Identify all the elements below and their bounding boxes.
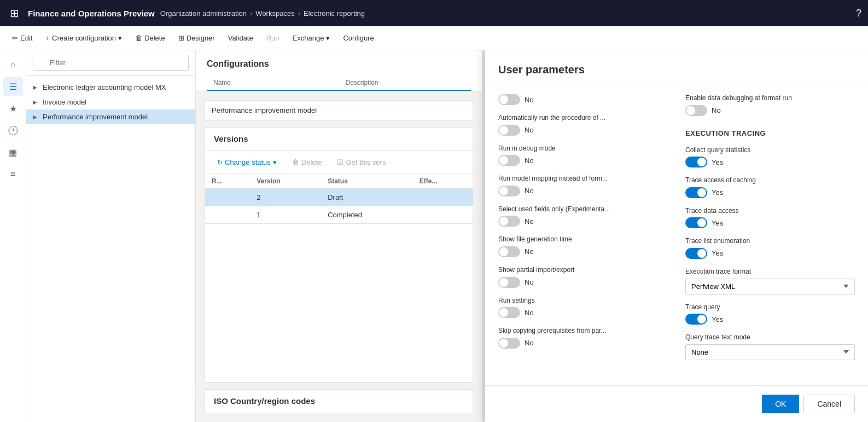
- sidebar-icon-modules[interactable]: ≡: [3, 164, 23, 184]
- toggle-collect-query[interactable]: [685, 157, 707, 167]
- toggle-debug-mode[interactable]: [498, 155, 520, 166]
- param-trace-data: Trace data access Yes: [685, 207, 855, 229]
- sidebar-icon-favorites[interactable]: ★: [3, 99, 23, 118]
- toolbar: ✏ Edit + Create configuration ▾ 🗑 Delete…: [0, 26, 868, 50]
- auto-run-label: Automatically run the procedure of ...: [498, 114, 668, 123]
- query-trace-text-mode-select[interactable]: None Full Compact: [685, 344, 855, 360]
- create-configuration-button[interactable]: + Create configuration ▾: [40, 31, 127, 45]
- param-trace-caching: Trace access of caching Yes: [685, 176, 855, 198]
- toggle-skip-prereqs[interactable]: [498, 338, 520, 349]
- config-item-performance[interactable]: Performance improvement model: [205, 100, 473, 120]
- trace-caching-toggle-label: Yes: [712, 188, 723, 196]
- validate-button[interactable]: Validate: [223, 31, 259, 45]
- run-button[interactable]: Run: [261, 31, 285, 45]
- sidebar-icons: ⌂ ☰ ★ 🕐 ▦ ≡: [0, 50, 26, 422]
- param-partial-import: Show partial import/export No: [498, 266, 668, 288]
- breadcrumb: Organization administration › Workspaces…: [160, 9, 850, 18]
- delete-version-button[interactable]: 🗑 Delete: [287, 155, 328, 169]
- filter-input[interactable]: [33, 55, 189, 71]
- ok-button[interactable]: OK: [762, 395, 799, 413]
- run-settings-label: Run settings: [498, 297, 668, 305]
- delete-button[interactable]: 🗑 Delete: [130, 31, 171, 45]
- delete-icon: 🗑: [135, 34, 142, 42]
- main-area: ⌂ ☰ ★ 🕐 ▦ ≡ 🔍 ▶ Electronic ledger accoun…: [0, 50, 868, 422]
- designer-button[interactable]: ⊞ Designer: [173, 31, 220, 45]
- configurations-columns: Name Description: [207, 76, 471, 91]
- sidebar-icon-menu[interactable]: ☰: [3, 77, 23, 96]
- execution-tracing-header: EXECUTION TRACING: [685, 129, 855, 137]
- toggle-trace-list[interactable]: [685, 248, 707, 259]
- cancel-button[interactable]: Cancel: [803, 395, 855, 413]
- enable-debug-label: Enable data debugging at format run: [685, 94, 855, 103]
- configurations-header: Configurations Name Description: [196, 50, 482, 91]
- versions-toolbar: ↻ Change status ▾ 🗑 Delete ☑ Get this ve…: [205, 151, 473, 174]
- toggle-partial-import[interactable]: [498, 277, 520, 288]
- sidebar-icon-workspaces[interactable]: ▦: [3, 142, 23, 162]
- toggle-trace-query[interactable]: [685, 314, 707, 325]
- param-used-fields: Select used fields only (Experimenta... …: [498, 205, 668, 227]
- toggle-file-gen-time[interactable]: [498, 246, 520, 257]
- toggle-trace-caching[interactable]: [685, 187, 707, 198]
- trace-list-toggle-label: Yes: [712, 249, 723, 257]
- trace-query-toggle-label: Yes: [712, 315, 723, 323]
- versions-title: Versions: [214, 134, 248, 143]
- param-toggle-1: No: [498, 94, 668, 105]
- filter-box: 🔍: [26, 50, 195, 76]
- used-fields-toggle-label: No: [525, 217, 534, 226]
- exchange-dropdown-icon: ▾: [326, 34, 330, 42]
- file-gen-time-toggle-label: No: [525, 247, 534, 256]
- edit-icon: ✏: [12, 34, 18, 42]
- execution-trace-format-label: Execution trace format: [685, 268, 855, 276]
- table-row[interactable]: 2 Draft: [205, 189, 473, 206]
- versions-header: Versions: [205, 128, 473, 151]
- change-status-button[interactable]: ↻ Change status ▾: [212, 155, 282, 169]
- plus-icon: +: [45, 34, 50, 42]
- table-row[interactable]: 1 Completed: [205, 206, 473, 224]
- tree-item-performance[interactable]: ▶ Performance improvement model: [26, 109, 195, 124]
- trace-caching-label: Trace access of caching: [685, 176, 855, 185]
- tree-item-invoice[interactable]: ▶ Invoice model: [26, 95, 195, 109]
- model-mapping-label: Run model mapping instead of form...: [498, 175, 668, 183]
- dialog-body: No Automatically run the procedure of ..…: [485, 85, 868, 385]
- configure-button[interactable]: Configure: [337, 31, 379, 45]
- nav-electronic-reporting[interactable]: Electronic reporting: [304, 9, 365, 18]
- toggle-model-mapping[interactable]: [498, 186, 520, 196]
- help-icon[interactable]: ?: [856, 8, 861, 19]
- designer-icon: ⊞: [178, 34, 184, 42]
- nav-org[interactable]: Organization administration: [160, 9, 247, 18]
- tree-arrow-icon: ▶: [33, 99, 39, 105]
- partial-import-toggle-label: No: [525, 278, 534, 286]
- debug-mode-label: Run in debug mode: [498, 144, 668, 153]
- toggle-used-fields[interactable]: [498, 216, 520, 227]
- model-mapping-toggle-label: No: [525, 187, 534, 195]
- toggle-trace-data[interactable]: [685, 217, 707, 228]
- param-trace-list: Trace list enumeration Yes: [685, 237, 855, 259]
- param-enable-debug: Enable data debugging at format run No: [685, 94, 855, 116]
- col-r: R...: [205, 174, 250, 189]
- col-status: Status: [321, 174, 413, 189]
- toggle-enable-debug[interactable]: [685, 105, 707, 116]
- param-execution-trace-format: Execution trace format Perfview XML JSON…: [685, 268, 855, 294]
- sidebar-icon-recent[interactable]: 🕐: [3, 120, 23, 140]
- edit-button[interactable]: ✏ Edit: [7, 31, 38, 45]
- content-panel: Configurations Name Description Performa…: [196, 50, 482, 422]
- user-parameters-dialog: User parameters No Automatically run the…: [485, 50, 868, 422]
- tree-item-electronic-ledger[interactable]: ▶ Electronic ledger accounting model MX: [26, 80, 195, 95]
- dialog-left-col: No Automatically run the procedure of ..…: [498, 94, 668, 360]
- get-version-button[interactable]: ☑ Get this vers: [331, 155, 391, 169]
- get-version-icon: ☑: [337, 158, 343, 166]
- toggle-1[interactable]: [498, 94, 520, 105]
- toggle-label-1: No: [525, 96, 534, 104]
- nav-workspaces[interactable]: Workspaces: [255, 9, 294, 18]
- param-collect-query: Collect query statistics Yes: [685, 146, 855, 168]
- execution-trace-format-select[interactable]: Perfview XML JSON XML: [685, 279, 855, 294]
- apps-icon[interactable]: ⊞: [7, 3, 22, 23]
- toggle-auto-run[interactable]: [498, 125, 520, 136]
- configurations-title: Configurations: [207, 59, 471, 69]
- iso-section: ISO Country/region codes: [205, 389, 473, 413]
- trace-query-label: Trace query: [685, 303, 855, 312]
- sidebar-icon-home[interactable]: ⌂: [3, 55, 23, 74]
- exchange-button[interactable]: Exchange ▾: [287, 31, 336, 45]
- tree-area: ▶ Electronic ledger accounting model MX …: [26, 76, 195, 422]
- toggle-run-settings[interactable]: [498, 307, 520, 318]
